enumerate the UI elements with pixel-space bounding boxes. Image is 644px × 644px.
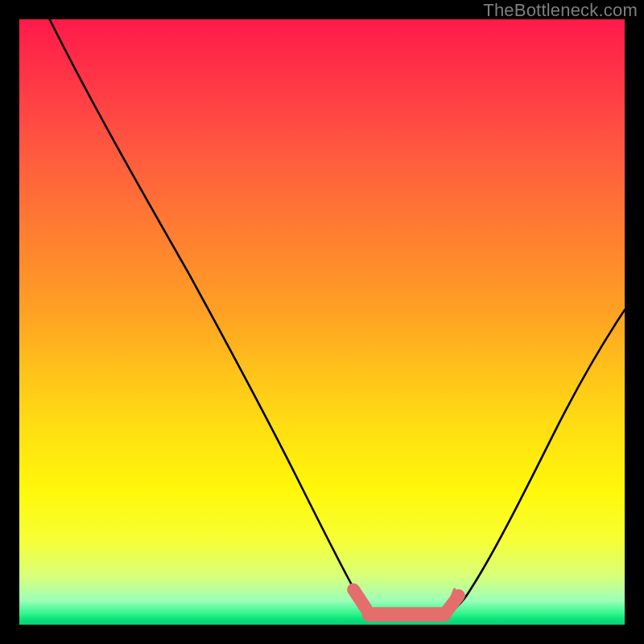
- plot-area: [19, 19, 625, 625]
- chart-frame: TheBottleneck.com: [0, 0, 644, 644]
- curve-layer: [19, 19, 625, 625]
- optimal-region-marker: [353, 589, 460, 614]
- attribution-watermark: TheBottleneck.com: [483, 0, 638, 21]
- bottleneck-curve: [50, 19, 625, 618]
